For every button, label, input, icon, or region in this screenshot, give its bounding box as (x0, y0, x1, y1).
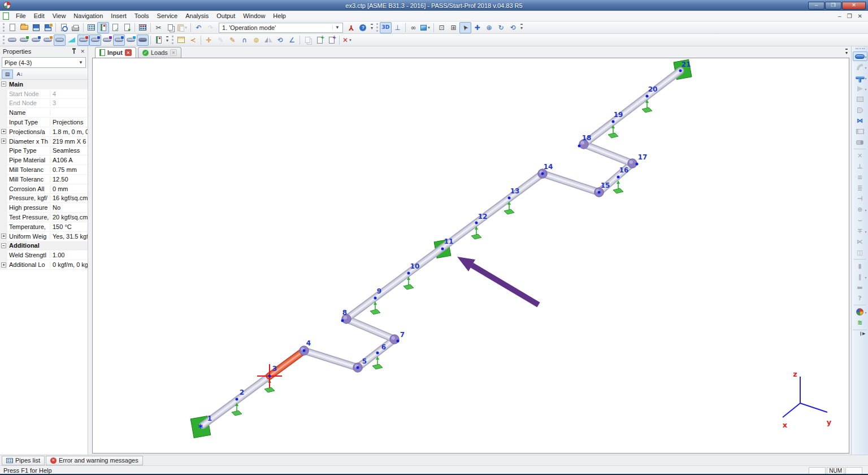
property-row[interactable]: Start Node4 (0, 89, 88, 99)
property-value[interactable]: No (50, 204, 88, 211)
toolbar1-overflow-button[interactable]: ▾ (371, 24, 373, 31)
saddle-tool[interactable]: ⌣ (853, 215, 867, 225)
pipe-mode-10[interactable] (125, 34, 137, 46)
view-single-line[interactable]: ⊥ (392, 22, 403, 33)
property-row[interactable]: Temperature,150 °C (0, 222, 88, 232)
copy[interactable] (164, 22, 176, 33)
pipe-mode-11[interactable] (137, 34, 149, 46)
alphabetical-sort-button[interactable]: A↓ (14, 70, 25, 79)
print-preview[interactable] (58, 22, 70, 33)
group-expander[interactable]: − (0, 80, 7, 89)
group-expander[interactable]: − (0, 241, 7, 251)
tab-input[interactable]: Input✕ (95, 47, 136, 58)
rotate-view[interactable]: ↻ (495, 22, 507, 33)
node-dot-11[interactable] (441, 248, 444, 251)
property-row[interactable]: +Diameter x Th219 mm X 6 mm (0, 137, 88, 146)
coupling-tool[interactable]: ▬ (853, 283, 867, 292)
toolbar2-overflow-button[interactable]: ▾ (166, 36, 168, 44)
pipe-mode-3[interactable] (30, 34, 42, 46)
print[interactable] (70, 22, 81, 33)
menu-item-window[interactable]: Window (239, 11, 269, 20)
menu-item-output[interactable]: Output (212, 11, 239, 20)
mdi-restore[interactable]: ❐ (847, 13, 852, 19)
input-mode[interactable] (97, 22, 109, 33)
menu-item-navigation[interactable]: Navigation (70, 11, 107, 20)
operation-mode-combo[interactable]: 1. 'Operation mode'▼ (219, 23, 343, 33)
node-dot-9[interactable] (374, 297, 377, 300)
flange-pair-tool[interactable] (853, 127, 867, 136)
bottom-tab-pipes-list[interactable]: Pipes list (2, 456, 45, 465)
tee-tool[interactable]: ▼ (853, 73, 867, 83)
delete-element-tool[interactable]: ✕ (853, 151, 867, 161)
property-value[interactable]: 1.8 m, 0 m, 0 m (50, 128, 88, 135)
model-view[interactable]: *123456789101112131415161718192021zxy (92, 58, 849, 454)
property-row[interactable]: Pipe MaterialA106 A (0, 156, 88, 165)
right-toolbar-scroll-button[interactable]: ❙▶ (853, 330, 867, 336)
property-value[interactable]: A106 A (50, 157, 88, 163)
pipe-mode-5[interactable] (54, 34, 66, 46)
insert-before[interactable] (314, 34, 326, 46)
node-dot-16[interactable] (617, 176, 620, 179)
pipe-mode-7[interactable] (89, 34, 101, 46)
property-row[interactable]: High pressureNo (0, 203, 88, 213)
property-value[interactable]: 16 kgf/sq.cm (50, 195, 88, 201)
zoom-extents[interactable]: ⊞ (448, 22, 459, 33)
insert-after[interactable] (326, 34, 337, 46)
guide-tool[interactable]: ≣ (853, 183, 867, 193)
node-dot-4[interactable] (303, 349, 306, 352)
property-row[interactable]: Mill Toleranc12.50 (0, 175, 88, 184)
property-value[interactable]: 4 (50, 90, 88, 97)
node-dot-19[interactable] (612, 120, 615, 123)
node-dot-7[interactable] (397, 340, 400, 343)
property-row[interactable]: +Projections/a1.8 m, 0 m, 0 m (0, 127, 88, 137)
new-file[interactable] (6, 22, 18, 33)
property-group-additional[interactable]: −Additional (0, 241, 88, 251)
reducer-tool[interactable]: ▼ (853, 84, 867, 93)
move-node[interactable]: ✛ (203, 34, 215, 46)
node-dot-5[interactable] (357, 366, 359, 369)
pipe-segment-1-3[interactable] (203, 376, 270, 425)
show-axes[interactable]: Y (345, 22, 357, 33)
property-value[interactable]: 20 kgf/sq.cm (50, 214, 88, 221)
tab-loads[interactable]: ✓Loads✕ (138, 47, 181, 58)
property-group-main[interactable]: −Main (0, 80, 88, 89)
zoom-window[interactable]: ⊡ (436, 22, 448, 33)
flanged-joint-tool[interactable]: ‖▼ (853, 272, 867, 282)
delete-object[interactable]: ✕▼ (341, 34, 353, 46)
close-panel-icon[interactable]: ✕ (80, 49, 85, 54)
node-dot-2[interactable] (236, 398, 238, 401)
node-dot-13[interactable] (508, 197, 511, 200)
pipe-tool[interactable]: ▼ (853, 51, 867, 61)
property-value[interactable]: 12.50 (50, 176, 88, 183)
slope-mode[interactable] (66, 34, 77, 46)
report-document[interactable] (153, 34, 164, 46)
menu-item-help[interactable]: Help (269, 11, 290, 20)
property-row[interactable]: End Node3 (0, 99, 88, 109)
continuous-rotation[interactable]: ⟲ (507, 22, 519, 33)
property-value[interactable]: Projections (50, 119, 88, 126)
cut[interactable]: ✂ (153, 22, 164, 33)
node-dot-20[interactable] (646, 95, 649, 98)
pipe-segment-4-5[interactable] (304, 351, 358, 368)
renumber-nodes[interactable]: ⊚ (250, 34, 262, 46)
node-dot-15[interactable] (598, 191, 601, 194)
rotate-model[interactable]: ⟲ (274, 34, 286, 46)
menu-item-view[interactable]: View (49, 11, 70, 20)
property-value[interactable]: 3 (50, 100, 88, 106)
save-project-as[interactable] (42, 22, 54, 33)
tab-overflow-button[interactable]: ▾ (845, 49, 848, 55)
property-value[interactable]: Seamless (50, 147, 88, 154)
gauge-tool[interactable]: ▼ (853, 307, 867, 317)
run-analysis[interactable] (121, 22, 133, 33)
save-file[interactable] (30, 22, 42, 33)
elbow-node-7[interactable] (390, 335, 399, 344)
check-model[interactable] (109, 22, 121, 33)
edit-node[interactable]: ✎ (227, 34, 238, 46)
menu-item-edit[interactable]: Edit (30, 11, 49, 20)
flange-tool[interactable]: ▮ (853, 261, 867, 271)
pan[interactable]: ✚ (471, 22, 483, 33)
pipe-mode-6[interactable] (77, 34, 89, 46)
property-row[interactable]: +Uniform WeigYes, 31.5 kgf/m, (0, 232, 88, 241)
tab-close-icon[interactable]: ✕ (170, 49, 177, 56)
menu-item-analysis[interactable]: Analysis (181, 11, 212, 20)
